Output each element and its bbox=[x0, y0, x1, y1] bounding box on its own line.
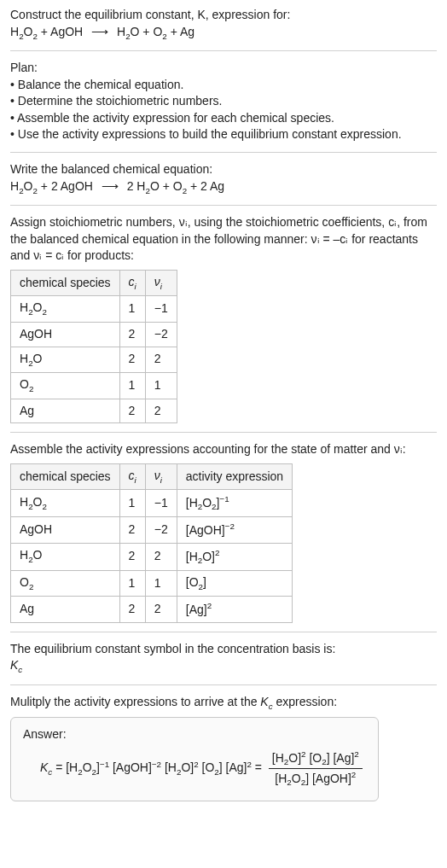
cell-vi: 2 bbox=[145, 543, 177, 570]
plus-agoh: + AgOH bbox=[41, 25, 83, 38]
cell-vi: −1 bbox=[145, 296, 177, 323]
balanced-equation: H2O2 + 2 AgOH ⟶ 2 H2O + O2 + 2 Ag bbox=[10, 178, 437, 197]
cell-ci: 2 bbox=[119, 399, 145, 423]
cell-activity: [H2O2]−1 bbox=[177, 490, 292, 517]
th-vi: νi bbox=[145, 463, 177, 490]
bal-products: 2 H2O + O2 + 2 Ag bbox=[127, 179, 224, 193]
assemble-title: Assemble the activity expressions accoun… bbox=[10, 441, 437, 458]
cell-ci: 2 bbox=[119, 597, 145, 622]
plan-b4: • Use the activity expressions to build … bbox=[10, 126, 437, 143]
kc-expression: Kc = [H2O2]−1 [AgOH]−2 [H2O]2 [O2] [Ag]2… bbox=[23, 749, 366, 789]
kc-symbol-block: The equilibrium constant symbol in the c… bbox=[10, 641, 437, 676]
answer-label: Answer: bbox=[23, 726, 366, 743]
table-row: AgOH 2 −2 bbox=[11, 322, 177, 347]
table-row: AgOH 2 −2 [AgOH]−2 bbox=[11, 517, 293, 543]
cell-vi: 2 bbox=[145, 399, 177, 423]
cell-ci: 1 bbox=[119, 296, 145, 323]
separator bbox=[10, 632, 437, 632]
plus-ag: + Ag bbox=[171, 25, 194, 38]
cell-species: H2O bbox=[11, 543, 120, 570]
intro-text: Construct the equilibrium constant, K, e… bbox=[10, 8, 290, 21]
th-ci: ci bbox=[119, 463, 145, 490]
unbalanced-equation: H2O2 + AgOH ⟶ H2O + O2 + Ag bbox=[10, 24, 437, 43]
kc-line: The equilibrium constant symbol in the c… bbox=[10, 641, 437, 658]
cell-ci: 1 bbox=[119, 373, 145, 399]
table-row: H2O2 1 −1 bbox=[11, 296, 177, 323]
cell-species: AgOH bbox=[11, 322, 120, 347]
th-species: chemical species bbox=[11, 463, 120, 490]
table-header-row: chemical species ci νi activity expressi… bbox=[11, 463, 293, 490]
cell-vi: 2 bbox=[145, 597, 177, 622]
th-vi: νi bbox=[145, 270, 177, 296]
balanced-block: Write the balanced chemical equation: H2… bbox=[10, 161, 437, 196]
separator bbox=[10, 50, 437, 51]
cell-species: Ag bbox=[11, 399, 120, 423]
cell-ci: 2 bbox=[119, 347, 145, 373]
cell-ci: 2 bbox=[119, 517, 145, 543]
cell-ci: 1 bbox=[119, 570, 145, 597]
separator bbox=[10, 205, 437, 206]
fraction-denominator: [H2O2] [AgOH]2 bbox=[269, 769, 363, 789]
th-ci: ci bbox=[119, 270, 145, 296]
cell-species: H2O bbox=[11, 347, 120, 373]
reactant-h2o2: H2O2 bbox=[10, 25, 38, 38]
cell-vi: −2 bbox=[145, 517, 177, 543]
stoich-table: chemical species ci νi H2O2 1 −1 AgOH 2 … bbox=[10, 270, 177, 423]
th-species: chemical species bbox=[11, 270, 120, 296]
kc-K: K bbox=[10, 658, 18, 672]
table-row: Ag 2 2 bbox=[11, 399, 177, 423]
answer-box: Answer: Kc = [H2O2]−1 [AgOH]−2 [H2O]2 [O… bbox=[10, 717, 379, 801]
separator bbox=[10, 684, 437, 685]
table-row: H2O 2 2 [H2O]2 bbox=[11, 543, 293, 570]
cell-ci: 1 bbox=[119, 490, 145, 517]
cell-activity: [H2O]2 bbox=[177, 543, 292, 570]
cell-activity: [AgOH]−2 bbox=[177, 517, 292, 543]
table-row: O2 1 1 bbox=[11, 373, 177, 399]
multiply-block: Mulitply the activity expressions to arr… bbox=[10, 694, 437, 713]
cell-species: Ag bbox=[11, 597, 120, 622]
arrow-icon: ⟶ bbox=[86, 25, 113, 38]
assemble-block: Assemble the activity expressions accoun… bbox=[10, 441, 437, 622]
cell-ci: 2 bbox=[119, 322, 145, 347]
th-activity: activity expression bbox=[177, 463, 292, 490]
cell-activity: [Ag]2 bbox=[177, 597, 292, 622]
balanced-title: Write the balanced chemical equation: bbox=[10, 161, 437, 178]
cell-species: O2 bbox=[11, 373, 120, 399]
fraction-numerator: [H2O]2 [O2] [Ag]2 bbox=[269, 749, 363, 769]
plan-title: Plan: bbox=[10, 60, 437, 77]
separator bbox=[10, 152, 437, 153]
cell-activity: [O2] bbox=[177, 570, 292, 597]
assign-text: Assign stoichiometric numbers, νᵢ, using… bbox=[10, 214, 437, 265]
bal-h2o2: H2O2 bbox=[10, 179, 38, 193]
cell-species: AgOH bbox=[11, 517, 120, 543]
cell-vi: 2 bbox=[145, 347, 177, 373]
separator bbox=[10, 432, 437, 433]
multiply-title: Mulitply the activity expressions to arr… bbox=[10, 694, 437, 713]
table-row: Ag 2 2 [Ag]2 bbox=[11, 597, 293, 622]
table-row: H2O2 1 −1 [H2O2]−1 bbox=[11, 490, 293, 517]
cell-species: H2O2 bbox=[11, 296, 120, 323]
plan-b3: • Assemble the activity expression for e… bbox=[10, 110, 437, 127]
plan-b2: • Determine the stoichiometric numbers. bbox=[10, 93, 437, 110]
assign-block: Assign stoichiometric numbers, νᵢ, using… bbox=[10, 214, 437, 423]
table-row: O2 1 1 [O2] bbox=[11, 570, 293, 597]
cell-vi: −2 bbox=[145, 322, 177, 347]
arrow-icon: ⟶ bbox=[96, 179, 124, 193]
cell-species: O2 bbox=[11, 570, 120, 597]
cell-species: H2O2 bbox=[11, 490, 120, 517]
kc-symbol: Kc bbox=[10, 657, 437, 676]
fraction: [H2O]2 [O2] [Ag]2 [H2O2] [AgOH]2 bbox=[269, 749, 363, 789]
activity-table: chemical species ci νi activity expressi… bbox=[10, 463, 293, 623]
plan-block: Plan: • Balance the chemical equation. •… bbox=[10, 60, 437, 143]
cell-vi: 1 bbox=[145, 570, 177, 597]
table-row: H2O 2 2 bbox=[11, 347, 177, 373]
intro-block: Construct the equilibrium constant, K, e… bbox=[10, 7, 437, 42]
cell-vi: −1 bbox=[145, 490, 177, 517]
product-h2o: H2O + O2 bbox=[117, 25, 167, 38]
intro-line1: Construct the equilibrium constant, K, e… bbox=[10, 7, 437, 24]
plan-b1: • Balance the chemical equation. bbox=[10, 77, 437, 94]
kc-sub: c bbox=[18, 665, 22, 674]
cell-vi: 1 bbox=[145, 373, 177, 399]
cell-ci: 2 bbox=[119, 543, 145, 570]
bal-mid: + 2 AgOH bbox=[38, 179, 93, 193]
